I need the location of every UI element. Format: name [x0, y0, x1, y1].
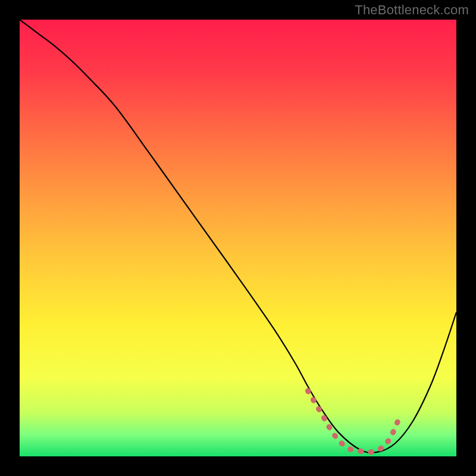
watermark-text: TheBottleneck.com	[355, 2, 469, 18]
chart-canvas: TheBottleneck.com	[0, 0, 476, 476]
gradient-background	[20, 20, 456, 456]
bottleneck-chart	[0, 0, 476, 476]
